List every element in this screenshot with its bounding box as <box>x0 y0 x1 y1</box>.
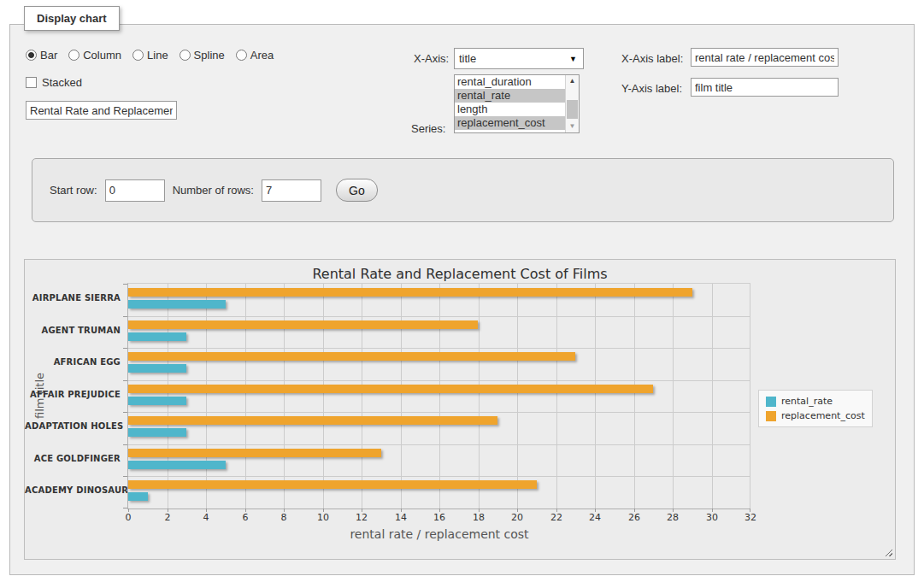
resize-handle-icon[interactable] <box>884 548 892 556</box>
x-tick-label: 14 <box>384 512 418 523</box>
legend-swatch <box>766 411 776 421</box>
radio-label: Bar <box>40 49 57 62</box>
radio-label: Line <box>147 49 168 62</box>
gridline-vertical <box>401 284 402 509</box>
chart-type-line[interactable]: Line <box>132 49 168 62</box>
start-row-input[interactable] <box>105 179 165 202</box>
radio-label: Area <box>250 49 274 62</box>
x-tick-label: 0 <box>111 512 145 523</box>
y-tick-mark <box>123 348 127 349</box>
y-tick-mark <box>123 380 127 381</box>
x-tick-label: 28 <box>656 512 690 523</box>
category-label: ADAPTATION HOLES <box>25 421 121 431</box>
chart-panel: Rental Rate and Replacement Cost of Film… <box>24 259 896 560</box>
radio-icon[interactable] <box>132 50 144 61</box>
category-label: AFRICAN EGG <box>25 357 121 367</box>
series-listbox-label: Series: <box>411 122 445 135</box>
legend-item-rental_rate[interactable]: rental_rate <box>766 396 865 407</box>
gridline-horizontal <box>128 476 750 477</box>
x-tick-label: 26 <box>617 512 651 523</box>
y-tick-mark <box>123 316 127 317</box>
gridline-vertical <box>750 284 750 509</box>
gridline-vertical <box>712 284 713 509</box>
stacked-label: Stacked <box>42 76 82 89</box>
bar-replacement_cost <box>128 449 381 457</box>
y-axis-label-input[interactable] <box>691 78 839 97</box>
scrollbar-thumb[interactable] <box>567 100 578 119</box>
gridline-vertical <box>595 284 596 509</box>
chart-type-bar[interactable]: Bar <box>26 49 57 62</box>
gridline-horizontal <box>128 380 750 381</box>
x-tick-label: 4 <box>189 512 223 523</box>
legend-swatch <box>766 397 776 407</box>
x-tick-label: 10 <box>306 512 340 523</box>
radio-icon[interactable] <box>236 50 247 61</box>
chart-type-area[interactable]: Area <box>236 49 274 62</box>
x-tick-label: 12 <box>344 512 379 523</box>
x-tick-label: 2 <box>150 512 185 523</box>
chart-type-spline[interactable]: Spline <box>180 49 225 62</box>
gridline-horizontal <box>128 412 750 413</box>
bar-rental_rate <box>128 300 226 309</box>
series-option-rental_duration[interactable]: rental_duration <box>455 75 565 89</box>
go-button[interactable]: Go <box>336 179 378 202</box>
bar-rental_rate <box>128 397 186 405</box>
gridline-vertical <box>556 284 557 509</box>
series-option-length[interactable]: length <box>455 103 565 116</box>
chart-title-input[interactable] <box>26 101 177 120</box>
series-listbox-options: rental_durationrental_ratelengthreplacem… <box>455 75 565 132</box>
stacked-checkbox[interactable] <box>26 77 37 88</box>
scroll-up-icon[interactable]: ▲ <box>566 75 579 87</box>
series-option-rental_rate[interactable]: rental_rate <box>455 89 565 103</box>
x-tick-label: 6 <box>228 512 262 523</box>
plot-area: rental rate / replacement cost 024681012… <box>127 283 750 509</box>
bar-replacement_cost <box>128 385 653 393</box>
gridline-vertical <box>673 284 674 509</box>
x-tick-label: 32 <box>733 512 768 523</box>
bar-replacement_cost <box>128 320 478 329</box>
radio-label: Spline <box>194 49 225 62</box>
x-tick-label: 18 <box>462 512 496 523</box>
series-listbox[interactable]: rental_durationrental_ratelengthreplacem… <box>454 74 580 133</box>
stacked-checkbox-row[interactable]: Stacked <box>26 76 82 89</box>
bar-replacement_cost <box>128 352 575 361</box>
series-listbox-scrollbar[interactable]: ▲ ▼ <box>565 75 579 132</box>
x-tick-label: 20 <box>500 512 534 523</box>
y-tick-mark <box>123 444 127 445</box>
radio-icon[interactable] <box>68 50 79 61</box>
start-row-label: Start row: <box>50 184 97 197</box>
y-tick-mark <box>123 476 127 477</box>
scroll-down-icon[interactable]: ▼ <box>566 121 579 132</box>
chart-type-column[interactable]: Column <box>68 49 121 62</box>
gridline-horizontal <box>128 348 750 349</box>
y-axis-label-label: Y-Axis label: <box>621 82 682 95</box>
x-axis-select-label: X-Axis: <box>414 52 449 65</box>
category-label: ACADEMY DINOSAUR <box>25 485 121 495</box>
bar-rental_rate <box>128 492 148 501</box>
num-rows-label: Number of rows: <box>173 184 254 197</box>
legend-label: rental_rate <box>781 396 833 407</box>
gridline-vertical <box>284 284 285 509</box>
x-axis-label-label: X-Axis label: <box>621 52 683 65</box>
gridline-vertical <box>634 284 635 509</box>
series-option-replacement_cost[interactable]: replacement_cost <box>455 116 565 130</box>
gridline-vertical <box>323 284 324 509</box>
radio-label: Column <box>83 49 121 62</box>
y-tick-mark <box>123 284 127 285</box>
radio-icon[interactable] <box>26 50 37 61</box>
legend-item-replacement_cost[interactable]: replacement_cost <box>766 410 865 421</box>
x-tick-label: 24 <box>578 512 612 523</box>
x-tick-label: 8 <box>267 512 301 523</box>
bar-rental_rate <box>128 461 226 469</box>
category-label: AGENT TRUMAN <box>25 326 121 335</box>
legend-label: replacement_cost <box>781 410 865 421</box>
bar-rental_rate <box>128 428 186 437</box>
radio-icon[interactable] <box>180 50 191 61</box>
x-axis-label-input[interactable] <box>691 48 839 67</box>
num-rows-input[interactable] <box>262 179 321 202</box>
gridline-vertical <box>439 284 440 509</box>
bar-replacement_cost <box>128 416 497 425</box>
chart-type-group: BarColumnLineSplineArea <box>26 49 274 62</box>
gridline-vertical <box>362 284 362 509</box>
x-axis-select[interactable]: title ▼ <box>454 48 584 69</box>
